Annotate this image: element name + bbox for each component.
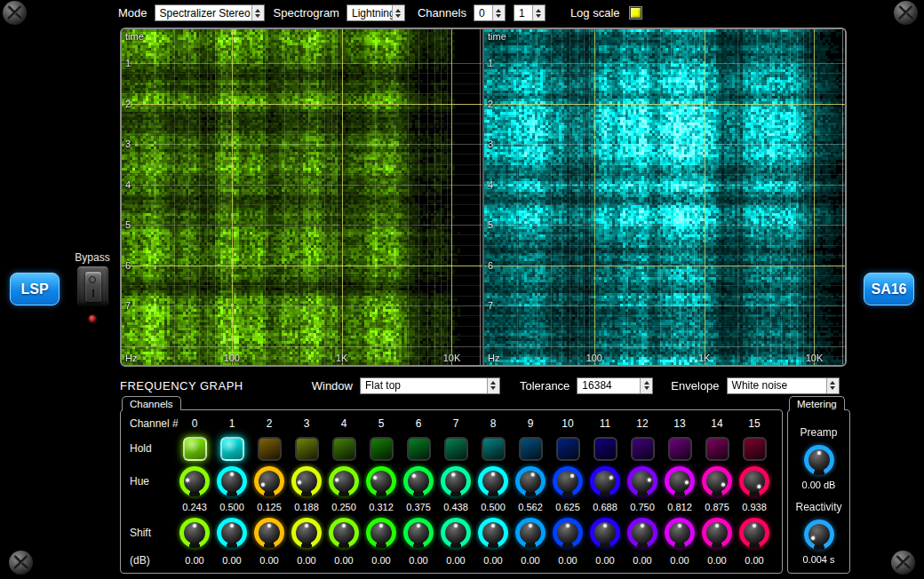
shift-knob-7[interactable] (441, 518, 471, 548)
preamp-knob[interactable] (804, 445, 834, 475)
hold-button-14[interactable] (705, 437, 729, 461)
channels-tab[interactable]: Channels (122, 396, 181, 410)
hue-knob-11[interactable] (590, 466, 620, 496)
knob-face (445, 522, 466, 543)
knob-indicator (570, 473, 575, 479)
hue-knob-8[interactable] (478, 466, 508, 496)
knob-indicator (678, 524, 681, 527)
shift-knob-0[interactable] (179, 518, 210, 548)
shift-value-3: 0.00 (297, 555, 315, 566)
shift-knob-5[interactable] (366, 518, 396, 548)
spectrogram-select[interactable]: Lightning (346, 4, 405, 21)
spin-arrows-icon[interactable] (492, 5, 505, 20)
hue-knob-14[interactable] (702, 466, 732, 496)
shift-knob-9[interactable] (515, 518, 546, 548)
hold-button-2[interactable] (258, 437, 282, 461)
shift-knob-3[interactable] (291, 518, 322, 548)
hue-knob-6[interactable] (403, 466, 434, 496)
hue-value-6: 0.375 (406, 502, 431, 512)
knob-face (669, 471, 690, 492)
sa16-logo-button[interactable]: SA16 (864, 273, 914, 305)
shift-knob-15[interactable] (739, 518, 769, 548)
metering-tab[interactable]: Metering (789, 396, 845, 410)
channel-number-1: 1 (229, 417, 235, 430)
hue-knob-9[interactable] (515, 466, 546, 496)
hue-knob-3[interactable] (291, 466, 322, 496)
spin-arrows-icon[interactable] (487, 378, 499, 393)
spectrogram-left: time1234567Hz1001K10K (122, 29, 482, 365)
channel-b-select[interactable]: 1 (514, 4, 546, 21)
tolerance-select[interactable]: 16384 (577, 377, 653, 394)
bypass-switch[interactable] (76, 266, 109, 307)
hold-button-1[interactable] (220, 437, 244, 461)
knob-face (632, 471, 653, 492)
hue-value-2: 0.125 (257, 502, 282, 512)
shift-value-1: 0.00 (222, 555, 241, 566)
knob-face (408, 471, 429, 492)
hold-button-9[interactable] (519, 437, 543, 461)
hue-knob-10[interactable] (553, 466, 583, 496)
shift-value-2: 0.00 (259, 555, 278, 566)
knob-face (259, 471, 280, 492)
knob-face (706, 471, 728, 492)
hold-button-15[interactable] (743, 437, 767, 461)
screw-icon (3, 1, 27, 25)
knob-face (594, 471, 616, 492)
hue-knob-13[interactable] (665, 466, 695, 496)
channel-a-select[interactable]: 0 (474, 4, 506, 21)
shift-knob-11[interactable] (590, 518, 620, 548)
preamp-label: Preamp (800, 426, 837, 439)
shift-knob-2[interactable] (254, 518, 284, 548)
hold-button-13[interactable] (668, 437, 692, 461)
hue-knob-7[interactable] (441, 466, 471, 496)
knob-face (744, 471, 765, 492)
shift-knob-6[interactable] (403, 518, 434, 548)
hue-knob-12[interactable] (627, 466, 657, 496)
hold-button-12[interactable] (631, 437, 655, 461)
shift-knob-12[interactable] (627, 518, 657, 548)
hold-button-8[interactable] (482, 437, 506, 461)
spin-arrows-icon[interactable] (640, 378, 652, 393)
reactivity-label: Reactivity (795, 501, 841, 513)
hold-button-4[interactable] (332, 437, 356, 461)
hold-button-5[interactable] (370, 437, 394, 461)
mode-select[interactable]: Spectralizer Stereo (155, 4, 265, 21)
hold-button-3[interactable] (295, 437, 319, 461)
log-scale-checkbox[interactable] (629, 6, 642, 20)
spin-arrows-icon[interactable] (826, 378, 839, 393)
shift-knob-8[interactable] (478, 518, 508, 548)
hold-button-7[interactable] (444, 437, 468, 461)
spin-arrows-icon[interactable] (251, 5, 264, 20)
shift-knob-13[interactable] (665, 518, 695, 548)
hue-knob-1[interactable] (217, 466, 247, 496)
shift-knob-14[interactable] (702, 518, 732, 548)
knob-indicator (753, 524, 756, 527)
knob-indicator (379, 524, 383, 527)
hue-knob-5[interactable] (366, 466, 396, 496)
shift-knob-10[interactable] (553, 518, 583, 548)
knob-indicator (609, 475, 613, 480)
knob-face (333, 522, 354, 543)
window-select[interactable]: Flat top (360, 377, 500, 394)
hold-button-11[interactable] (593, 437, 617, 461)
spectrogram-canvas-right (484, 29, 845, 365)
spectrogram-label: Spectrogram (274, 6, 339, 20)
hue-knob-15[interactable] (739, 466, 769, 496)
shift-value-15: 0.00 (745, 555, 763, 566)
knob-face (221, 522, 243, 543)
knob-face (184, 471, 205, 492)
envelope-select[interactable]: White noise (727, 377, 840, 394)
reactivity-knob[interactable] (804, 520, 834, 550)
hue-knob-4[interactable] (329, 466, 359, 496)
hold-button-10[interactable] (556, 437, 580, 461)
channel-number-15: 15 (748, 417, 760, 430)
hold-button-0[interactable] (183, 437, 207, 461)
shift-knob-4[interactable] (329, 518, 359, 548)
spin-arrows-icon[interactable] (532, 5, 545, 20)
hold-button-6[interactable] (407, 437, 431, 461)
shift-knob-1[interactable] (217, 518, 247, 548)
hue-knob-0[interactable] (179, 466, 210, 496)
hue-knob-2[interactable] (254, 466, 284, 496)
spin-arrows-icon[interactable] (392, 5, 404, 20)
lsp-logo-button[interactable]: LSP (10, 273, 60, 305)
